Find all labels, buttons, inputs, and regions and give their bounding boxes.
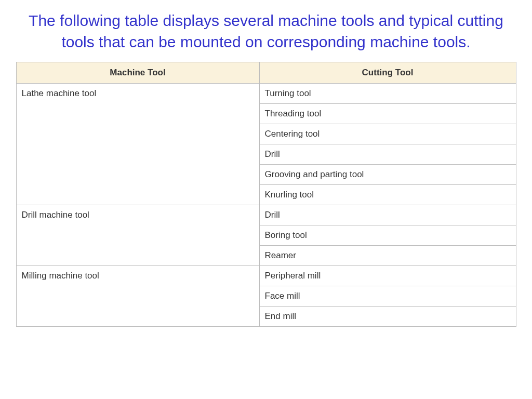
page-container: The following table displays several mac… [0,0,532,327]
header-machine-tool: Machine Tool [16,62,259,84]
cutting-tool-cell: Knurling tool [259,185,516,205]
machine-tool-cell: Drill machine tool [16,205,259,266]
cutting-tool-cell: Centering tool [259,124,516,144]
page-title: The following table displays several mac… [27,10,505,52]
cutting-tool-cell: Boring tool [259,225,516,246]
cutting-tool-cell: Turning tool [259,84,516,104]
cutting-tool-cell: Threading tool [259,104,516,124]
cutting-tool-cell: Face mill [259,286,516,307]
table-row: Milling machine tool Peripheral mill [16,266,516,286]
cutting-tool-cell: End mill [259,307,516,327]
cutting-tool-cell: Reamer [259,246,516,266]
cutting-tool-cell: Drill [259,205,516,225]
machine-tool-cell: Milling machine tool [16,266,259,327]
table-row: Lathe machine tool Turning tool [16,84,516,104]
table-row: Drill machine tool Drill [16,205,516,225]
cutting-tool-cell: Grooving and parting tool [259,165,516,185]
cutting-tool-cell: Drill [259,144,516,165]
header-cutting-tool: Cutting Tool [259,62,516,84]
machine-cutting-table: Machine Tool Cutting Tool Lathe machine … [16,62,516,327]
table-header-row: Machine Tool Cutting Tool [16,62,516,84]
machine-tool-cell: Lathe machine tool [16,84,259,205]
cutting-tool-cell: Peripheral mill [259,266,516,286]
